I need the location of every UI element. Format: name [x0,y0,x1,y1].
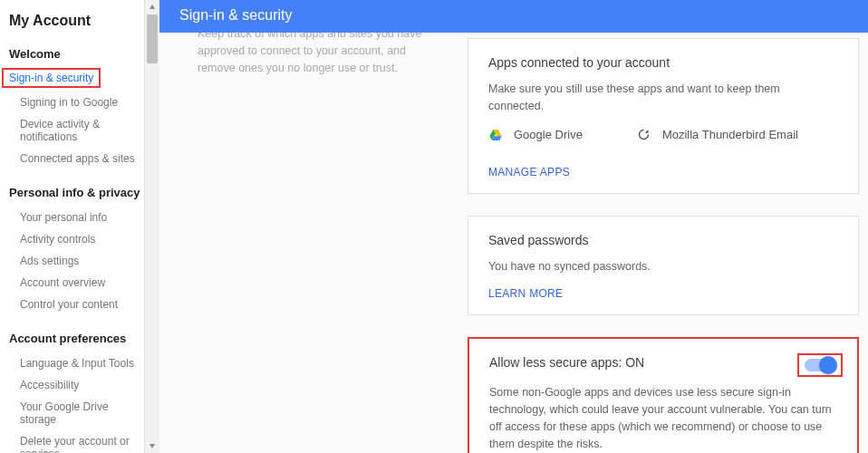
nav-group-personal[interactable]: Personal info & privacy [7,186,144,199]
sidebar-scrollbar[interactable] [145,0,159,453]
less-secure-toggle[interactable] [805,359,835,371]
nav-link-delete-account[interactable]: Delete your account or services [7,430,144,453]
connected-apps-list: Google Drive Mozilla Thunderbird Email [488,128,838,142]
scroll-track[interactable] [145,14,159,439]
nav-link-control-content[interactable]: Control your content [7,294,144,315]
saved-passwords-subtitle: You have no synced passwords. [488,258,838,275]
nav-link-activity-controls[interactable]: Activity controls [7,228,144,250]
page-title: Sign-in & security [179,7,293,23]
nav-link-connected-apps[interactable]: Connected apps & sites [7,148,144,169]
cards-column: Apps connected to your account Make sure… [468,33,859,453]
less-secure-description: Some non-Google apps and devices use les… [489,384,837,452]
sidebar-title: My Account [7,13,144,29]
intro-text: Keep track of which apps and sites you h… [198,33,442,76]
nav-group-preferences[interactable]: Account preferences [7,332,144,345]
sidebar: My Account Welcome Sign-in & security Si… [0,0,145,453]
main: Sign-in & security Keep track of which a… [159,0,868,453]
connected-apps-title: Apps connected to your account [488,55,838,70]
card-saved-passwords: Saved passwords You have no synced passw… [468,216,859,316]
connected-app-drive[interactable]: Google Drive [488,128,583,142]
content-area: Keep track of which apps and sites you h… [159,33,868,453]
toggle-knob [819,356,837,374]
connected-app-thunderbird[interactable]: Mozilla Thunderbird Email [637,128,798,142]
nav-link-language-input[interactable]: Language & Input Tools [7,352,144,374]
nav-link-accessibility[interactable]: Accessibility [7,374,144,396]
scroll-down-icon[interactable] [145,439,159,453]
connected-app-label: Mozilla Thunderbird Email [662,128,798,141]
nav-highlight-signin: Sign-in & security [2,68,101,88]
nav-group-welcome[interactable]: Welcome [7,47,144,61]
connected-apps-subtitle: Make sure you still use these apps and w… [488,81,838,115]
nav-link-account-overview[interactable]: Account overview [7,272,144,294]
nav-link-personal-info[interactable]: Your personal info [7,207,144,228]
nav-link-signing-in[interactable]: Signing in to Google [7,92,144,113]
refresh-icon [637,128,651,142]
manage-apps-link[interactable]: MANAGE APPS [488,166,838,178]
scroll-up-icon[interactable] [145,0,159,14]
nav-link-signin-security[interactable]: Sign-in & security [9,72,93,84]
app-root: My Account Welcome Sign-in & security Si… [0,0,868,453]
drive-icon [488,128,503,142]
connected-app-label: Google Drive [514,128,583,141]
saved-passwords-title: Saved passwords [488,233,838,247]
less-secure-title: Allow less secure apps: ON [489,355,837,370]
nav-link-device-activity[interactable]: Device activity & notifications [7,113,144,148]
card-less-secure-apps: Allow less secure apps: ON Some non-Goog… [468,337,859,453]
card-connected-apps: Apps connected to your account Make sure… [468,38,859,194]
page-header: Sign-in & security [159,0,868,33]
less-secure-toggle-highlight [797,353,843,377]
nav-link-drive-storage[interactable]: Your Google Drive storage [7,396,144,430]
nav-link-ads-settings[interactable]: Ads settings [7,250,144,272]
scroll-thumb[interactable] [147,14,158,63]
learn-more-link[interactable]: LEARN MORE [488,287,838,300]
